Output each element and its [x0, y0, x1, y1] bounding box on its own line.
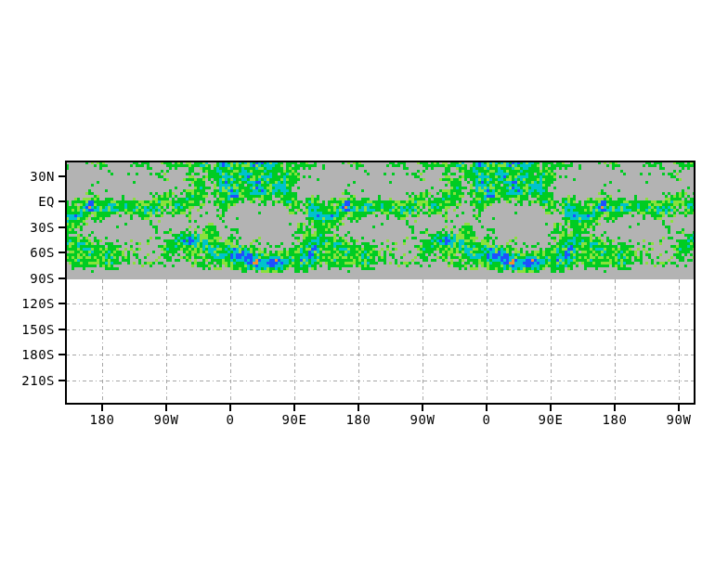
- y-tick-label: 30S: [30, 221, 55, 234]
- axes-frame: [0, 0, 728, 568]
- y-tick-label: 210S: [21, 374, 55, 387]
- y-tick-label: EQ: [38, 195, 55, 208]
- x-tick-label: 180: [346, 413, 371, 426]
- grads-figure: 30NEQ30S60S90S120S150S180S210S18090W090E…: [0, 0, 728, 568]
- x-tick-label: 0: [227, 413, 235, 426]
- x-tick-label: 90W: [154, 413, 179, 426]
- x-tick-label: 90W: [410, 413, 436, 426]
- y-tick-label: 150S: [21, 323, 55, 336]
- x-tick-label: 90E: [282, 413, 307, 426]
- x-tick-label: 90E: [539, 413, 564, 426]
- y-tick-label: 120S: [21, 297, 55, 310]
- x-tick-label: 180: [90, 413, 115, 426]
- y-tick-label: 60S: [30, 246, 55, 259]
- x-tick-label: 180: [603, 413, 628, 426]
- x-tick-label: 90W: [667, 413, 692, 426]
- y-tick-label: 180S: [21, 348, 55, 361]
- shaded-map-canvas: [66, 161, 695, 279]
- y-tick-label: 90S: [30, 272, 55, 285]
- x-tick-label: 0: [483, 413, 491, 426]
- y-tick-label: 30N: [30, 170, 55, 183]
